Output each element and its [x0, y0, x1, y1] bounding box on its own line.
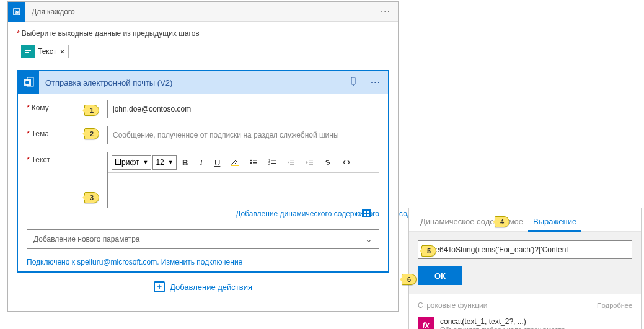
tab-dynamic-content[interactable]: Динамическое содержимое	[415, 212, 528, 231]
foreach-title: Для каждого	[25, 7, 373, 16]
send-email-title: Отправка электронной почты (V2)	[39, 78, 343, 87]
callout-1: 1	[84, 105, 99, 116]
function-title: concat(text_1, text_2?, ...)	[440, 317, 565, 326]
svg-rect-17	[290, 162, 294, 162]
expression-body: base64ToString(items('For_each')?['Conte…	[409, 232, 641, 294]
svg-rect-7	[231, 165, 239, 166]
see-more-link[interactable]: Подробнее	[597, 302, 632, 309]
add-action-link[interactable]: + Добавление действия	[154, 281, 252, 292]
chip-label: Текст	[35, 47, 59, 56]
rte-toolbar: Шрифт▼ 12▼ B I U 12	[108, 152, 379, 173]
svg-rect-0	[25, 50, 31, 51]
code-view-button[interactable]	[338, 155, 355, 170]
body-editor[interactable]: Шрифт▼ 12▼ B I U 12	[107, 152, 379, 208]
text-icon	[21, 45, 35, 58]
send-email-header[interactable]: Отправка электронной почты (V2) ···	[18, 71, 388, 94]
preview-icon[interactable]	[343, 77, 363, 89]
body-textarea[interactable]	[108, 173, 379, 208]
send-email-body: *Кому *Тема *Текст	[18, 94, 388, 271]
svg-rect-21	[309, 164, 313, 165]
size-select[interactable]: 12▼	[152, 155, 176, 170]
svg-text:2: 2	[268, 162, 270, 165]
foreach-menu-icon[interactable]: ···	[373, 6, 398, 17]
svg-rect-22	[364, 211, 366, 213]
foreach-container: Для каждого ··· *Выберите выходные данны…	[7, 1, 399, 312]
foreach-header[interactable]: Для каждого ···	[8, 2, 398, 22]
font-select[interactable]: Шрифт▼	[112, 155, 151, 170]
subject-input[interactable]	[107, 126, 379, 144]
loop-icon	[8, 2, 25, 22]
string-functions-header: Строковые функции Подробнее	[409, 294, 641, 314]
outdent-button[interactable]	[282, 155, 299, 170]
add-parameter-placeholder: Добавление нового параметра	[33, 235, 140, 243]
send-email-menu-icon[interactable]: ···	[363, 77, 388, 88]
function-description: Объединяет любое число строк вместе	[440, 326, 565, 329]
add-dynamic-link[interactable]: Добавление динамического содержимого	[107, 209, 379, 218]
select-outputs-text: Выберите выходные данные из предыдущих ш…	[22, 29, 200, 38]
functions-list: Строковые функции Подробнее fx concat(te…	[409, 294, 641, 329]
body-row: *Текст Шрифт▼ 12▼ B I U 12	[27, 152, 379, 222]
ok-button[interactable]: ОК	[418, 266, 462, 285]
connection-info[interactable]: Подключено к spelluru@microsoft.com. Изм…	[27, 258, 379, 266]
dynamic-content-handle-icon[interactable]	[362, 209, 371, 217]
expression-panel: Динамическое содержимое Выражение base64…	[408, 208, 642, 329]
svg-rect-5	[351, 77, 355, 84]
chevron-down-icon: ⌄	[365, 234, 373, 244]
svg-rect-20	[309, 162, 313, 162]
italic-button[interactable]: I	[194, 155, 209, 170]
svg-point-6	[353, 84, 354, 86]
svg-rect-16	[290, 160, 294, 160]
select-outputs-label: *Выберите выходные данные из предыдущих …	[17, 29, 389, 38]
svg-rect-10	[253, 160, 257, 161]
foreach-body: *Выберите выходные данные из предыдущих …	[8, 22, 398, 311]
underline-button[interactable]: U	[210, 155, 225, 170]
callout-3: 3	[84, 192, 99, 203]
link-button[interactable]	[319, 155, 337, 170]
svg-point-8	[250, 160, 251, 161]
svg-rect-18	[290, 164, 294, 165]
svg-rect-23	[367, 211, 369, 213]
callout-2: 2	[84, 128, 99, 139]
svg-rect-1	[25, 52, 29, 53]
svg-rect-25	[367, 214, 369, 216]
add-action-icon: +	[154, 281, 165, 292]
svg-rect-14	[271, 160, 276, 161]
string-functions-label: Строковые функции	[418, 301, 487, 310]
add-parameter-dropdown[interactable]: Добавление нового параметра ⌄	[27, 229, 379, 249]
send-email-card: Отправка электронной почты (V2) ··· *Ком…	[17, 70, 389, 273]
expression-input[interactable]: base64ToString(items('For_each')?['Conte…	[418, 240, 632, 259]
callout-5: 5	[421, 245, 436, 257]
svg-rect-11	[253, 162, 257, 164]
callout-4: 4	[495, 216, 509, 227]
to-input[interactable]	[107, 100, 379, 118]
add-action-label: Добавление действия	[170, 283, 252, 292]
add-action-row: + Добавление действия	[17, 273, 389, 301]
callout-6: 6	[402, 274, 417, 285]
highlight-button[interactable]	[226, 155, 244, 170]
svg-point-4	[25, 81, 29, 84]
svg-point-9	[250, 162, 251, 164]
number-list-button[interactable]: 12	[263, 155, 281, 170]
svg-rect-15	[271, 163, 276, 164]
svg-rect-24	[364, 214, 366, 216]
fx-icon: fx	[418, 317, 434, 329]
outlook-icon	[18, 71, 39, 94]
outputs-chip-input[interactable]: Текст ×	[17, 42, 389, 61]
expression-tabs: Динамическое содержимое Выражение	[409, 208, 641, 232]
chip-remove-icon[interactable]: ×	[59, 48, 68, 55]
indent-button[interactable]	[301, 155, 318, 170]
body-label: *Текст	[27, 152, 107, 164]
function-concat[interactable]: fx concat(text_1, text_2?, ...) Объединя…	[409, 314, 641, 329]
svg-rect-19	[309, 160, 313, 160]
bold-button[interactable]: B	[178, 155, 193, 170]
bullet-list-button[interactable]	[245, 155, 262, 170]
output-chip[interactable]: Текст ×	[20, 45, 69, 58]
tab-expression[interactable]: Выражение	[528, 212, 581, 231]
